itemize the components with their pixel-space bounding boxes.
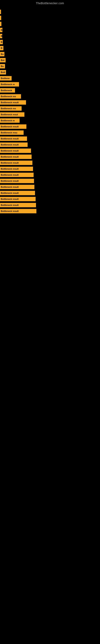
bar-label-4: B: [1, 35, 2, 37]
bar-22: Bottleneck result: [0, 142, 28, 147]
bar-24: Bottleneck result: [0, 154, 32, 159]
bar-10: Bott: [0, 70, 6, 74]
bar-label-21: Bottleneck result: [1, 138, 19, 140]
bar-label-30: Bottleneck result: [1, 192, 19, 194]
bar-label-23: Bottleneck result: [1, 150, 19, 152]
bar-25: Bottleneck result: [0, 160, 32, 165]
bar-label-22: Bottleneck result: [1, 144, 19, 146]
bar-label-6: B: [1, 47, 2, 49]
bar-row: Bottleneck result: [0, 142, 100, 147]
bar-31: Bottleneck result: [0, 197, 36, 201]
bar-row: B: [0, 40, 100, 44]
bar-row: Bottleneck result: [0, 154, 100, 159]
bar-32: Bottleneck result: [0, 203, 36, 207]
bar-row: Bott: [0, 70, 100, 74]
bar-label-18: Bottleneck re: [1, 119, 15, 122]
bar-label-27: Bottleneck result: [1, 174, 19, 176]
bar-label-10: Bott: [1, 71, 5, 74]
bar-row: Bottleneck result: [0, 197, 100, 201]
bar-label-31: Bottleneck result: [1, 198, 19, 200]
bar-9: Bo: [0, 64, 5, 68]
bar-29: Bottleneck result: [0, 185, 34, 189]
bar-20: Bottleneck resu: [0, 130, 24, 135]
bar-label-20: Bottleneck resu: [1, 132, 17, 134]
bar-row: Bottleneck result: [0, 136, 100, 141]
bar-label-8: Bot: [1, 59, 4, 62]
bar-row: Bottleneck result: [0, 148, 100, 153]
bar-row: [0, 22, 100, 26]
bar-row: Bottleneck result: [0, 124, 100, 129]
bar-label-13: Bottleneck: [1, 89, 12, 92]
bars-wrapper: BBBBBoBotBoBottBottleneBottleneck reBott…: [0, 6, 100, 214]
bar-33: Bottleneck result: [0, 209, 36, 213]
bar-label-29: Bottleneck result: [1, 186, 19, 188]
bar-row: Bot: [0, 58, 100, 62]
bar-row: Bottleneck result: [0, 191, 100, 195]
bar-label-25: Bottleneck result: [1, 162, 19, 164]
bar-17: Bottleneck resul: [0, 112, 24, 117]
bar-18: Bottleneck re: [0, 118, 20, 123]
bar-label-19: Bottleneck result: [1, 126, 19, 128]
bar-23: Bottleneck result: [0, 148, 31, 153]
bar-row: Bo: [0, 52, 100, 56]
bar-label-14: Bottleneck res: [1, 95, 16, 98]
bar-row: Bottleneck result: [0, 179, 100, 183]
bar-26: Bottleneck result: [0, 167, 33, 171]
bar-row: Bottleneck result: [0, 209, 100, 213]
bar-row: Bottleneck res: [0, 94, 100, 98]
bar-6: B: [0, 46, 3, 50]
bar-label-24: Bottleneck result: [1, 156, 19, 158]
bar-row: Bottleneck re: [0, 118, 100, 123]
bar-0: [0, 10, 1, 14]
bar-label-11: Bottlene: [1, 77, 10, 80]
bar-row: B: [0, 28, 100, 32]
bar-8: Bot: [0, 58, 6, 62]
bar-2: [0, 22, 1, 26]
bar-3: B: [0, 28, 2, 32]
bar-label-12: Bottleneck re: [1, 83, 15, 86]
bar-row: Bottleneck: [0, 88, 100, 92]
bar-row: Bottleneck resul: [0, 112, 100, 117]
bar-row: Bottleneck result: [0, 167, 100, 171]
bar-label-7: Bo: [1, 53, 4, 55]
bar-row: Bottleneck result: [0, 185, 100, 189]
bar-row: Bottleneck result: [0, 100, 100, 105]
bar-label-26: Bottleneck result: [1, 168, 19, 170]
bar-label-9: Bo: [1, 65, 4, 68]
bar-19: Bottleneck result: [0, 124, 26, 129]
bar-label-3: B: [1, 29, 2, 31]
bar-28: Bottleneck result: [0, 179, 34, 183]
bar-row: Bottleneck re: [0, 82, 100, 86]
bar-16: Bottleneck res: [0, 106, 22, 111]
bar-row: Bottleneck result: [0, 160, 100, 165]
bar-row: [0, 16, 100, 20]
bar-label-33: Bottleneck result: [1, 210, 19, 212]
bar-5: B: [0, 40, 3, 44]
bar-row: Bottleneck result: [0, 203, 100, 207]
bar-label-17: Bottleneck resul: [1, 113, 18, 116]
bar-row: Bottleneck res: [0, 106, 100, 111]
bar-1: [0, 16, 1, 20]
bar-14: Bottleneck res: [0, 94, 21, 98]
bar-4: B: [0, 34, 2, 38]
bar-27: Bottleneck result: [0, 173, 34, 177]
bar-12: Bottleneck re: [0, 82, 19, 86]
bar-7: Bo: [0, 52, 4, 56]
bar-row: B: [0, 46, 100, 50]
bar-label-28: Bottleneck result: [1, 180, 19, 182]
bar-row: B: [0, 34, 100, 38]
bar-13: Bottleneck: [0, 88, 15, 92]
bar-row: [0, 10, 100, 14]
bar-label-16: Bottleneck res: [1, 107, 16, 110]
bar-21: Bottleneck result: [0, 136, 27, 141]
site-title: TheBottlenecker.com: [0, 0, 100, 6]
bar-label-15: Bottleneck result: [1, 101, 19, 104]
bar-row: Bottlene: [0, 76, 100, 80]
bar-label-5: B: [1, 41, 2, 43]
bar-label-32: Bottleneck result: [1, 204, 19, 206]
bar-row: Bo: [0, 64, 100, 68]
bar-30: Bottleneck result: [0, 191, 35, 195]
bar-15: Bottleneck result: [0, 100, 26, 105]
bar-row: Bottleneck result: [0, 173, 100, 177]
bar-row: Bottleneck resu: [0, 130, 100, 135]
